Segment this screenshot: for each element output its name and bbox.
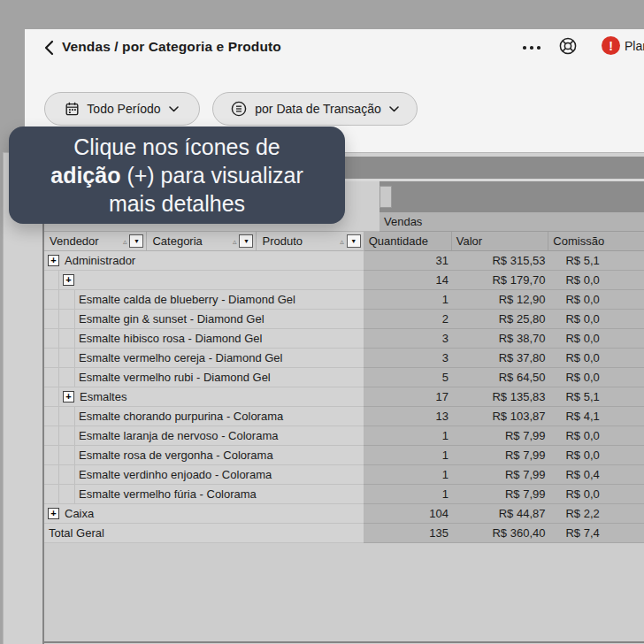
value-cell: R$ 7,99 <box>451 446 548 465</box>
page-title: Vendas / por Categoria e Produto <box>62 39 281 55</box>
table-row: Esmalte laranja de nervoso - Colorama1R$… <box>44 426 644 446</box>
tooltip-line1: Clique nos ícones de <box>73 134 280 159</box>
indent-guide <box>44 446 59 465</box>
filter-dropdown-button[interactable]: ▼ <box>347 234 361 248</box>
row-label-cell: Esmalte chorando purpurina - Colorama <box>44 407 364 426</box>
commission-cell: R$ 0,0 <box>548 329 644 349</box>
value-cell: R$ 12,90 <box>451 290 548 310</box>
indent-guide <box>59 446 75 465</box>
column-header-vendedor[interactable]: Vendedor ▵ ▼ <box>44 232 147 251</box>
table-row: Esmalte calda de blueberry - Diamond Gel… <box>44 290 644 310</box>
value-cell: R$ 25,80 <box>451 310 548 329</box>
value-cell: R$ 103,87 <box>451 407 548 426</box>
column-area-chip <box>380 186 392 208</box>
alert-label: Plan <box>625 39 644 53</box>
group-by-filter-button[interactable]: por Data de Transação <box>212 92 418 126</box>
row-label: Esmalte verdinho enjoado - Colorama <box>79 465 272 484</box>
more-menu-button[interactable] <box>518 39 545 57</box>
column-header-valor[interactable]: Valor <box>452 232 549 251</box>
table-row: +Caixa104R$ 44,87R$ 2,2 <box>44 504 644 524</box>
row-label-cell: Esmalte vermelho fúria - Colorama <box>44 485 364 504</box>
row-label-cell: Esmalte vermelho rubi - Diamond Gel <box>44 368 364 387</box>
calendar-icon <box>65 102 79 116</box>
empty-sheet-area <box>44 543 644 641</box>
value-cell: R$ 7,99 <box>451 465 548 485</box>
indent-guide <box>59 465 75 485</box>
indent-guide <box>44 271 59 290</box>
quantity-cell: 3 <box>364 329 451 349</box>
row-label-cell: +Caixa <box>44 504 364 524</box>
quantity-cell: 1 <box>364 465 451 485</box>
quantity-cell: 13 <box>364 407 451 426</box>
row-label-cell: Esmalte hibisco rosa - Diamond Gel <box>44 329 364 349</box>
pivot-rows: +Administrador31R$ 315,53R$ 5,1+14R$ 179… <box>44 251 644 543</box>
column-header-categoria[interactable]: Categoria ▵ ▼ <box>147 232 257 251</box>
sort-asc-icon: ▵ <box>340 237 344 246</box>
quantity-cell: 31 <box>364 251 451 271</box>
expand-plus-button[interactable]: + <box>63 391 74 402</box>
table-row: Esmalte vermelho fúria - Colorama1R$ 7,9… <box>44 485 644 504</box>
indent-guide <box>44 426 59 446</box>
sort-asc-icon: ▵ <box>233 237 237 246</box>
filter-dropdown-button[interactable]: ▼ <box>129 234 143 248</box>
row-label-cell: Total Geral <box>44 524 364 543</box>
row-label-cell: Esmalte calda de blueberry - Diamond Gel <box>44 290 364 310</box>
column-header-comissao[interactable]: Comissão <box>548 232 644 251</box>
value-cell: R$ 37,80 <box>451 349 548 368</box>
chevron-down-icon <box>389 106 399 112</box>
value-cell: R$ 179,70 <box>451 271 548 290</box>
row-label-cell: Esmalte laranja de nervoso - Colorama <box>44 426 364 446</box>
table-row: Esmalte rosa de vergonha - Colorama1R$ 7… <box>44 446 644 465</box>
back-button[interactable] <box>39 38 58 58</box>
commission-cell: R$ 0,0 <box>548 368 644 387</box>
commission-cell: R$ 4,1 <box>548 407 644 426</box>
quantity-cell: 14 <box>364 271 451 290</box>
expand-plus-button[interactable]: + <box>48 508 59 519</box>
indent-guide <box>59 485 75 504</box>
filter-dropdown-button[interactable]: ▼ <box>239 234 253 248</box>
quantity-cell: 135 <box>364 524 451 543</box>
row-label: Esmalte hibisco rosa - Diamond Gel <box>79 329 262 348</box>
commission-cell: R$ 0,0 <box>548 485 644 504</box>
grid-bottom-border <box>42 641 644 643</box>
commission-cell: R$ 2,2 <box>548 504 644 524</box>
commission-cell: R$ 0,0 <box>548 271 644 290</box>
row-label: Esmaltes <box>80 387 126 406</box>
commission-cell: R$ 0,0 <box>548 310 644 329</box>
group-by-filter-label: por Data de Transação <box>255 102 380 116</box>
indent-guide <box>44 387 59 407</box>
row-label-cell: Esmalte vermelho cereja - Diamond Gel <box>44 349 364 368</box>
indent-guide <box>44 329 59 349</box>
quantity-cell: 3 <box>364 349 451 368</box>
quantity-cell: 1 <box>364 426 451 446</box>
quantity-cell: 5 <box>364 368 451 387</box>
period-filter-button[interactable]: Todo Período <box>44 92 200 126</box>
row-label-cell: Esmalte rosa de vergonha - Colorama <box>44 446 364 465</box>
quantity-cell: 1 <box>364 290 451 310</box>
period-filter-label: Todo Período <box>87 102 160 116</box>
value-cell: R$ 38,70 <box>451 329 548 349</box>
row-label: Esmalte vermelho cereja - Diamond Gel <box>79 349 282 367</box>
row-label: Esmalte calda de blueberry - Diamond Gel <box>79 290 295 309</box>
plan-alert[interactable]: ! Plan <box>602 36 644 55</box>
column-header-quantidade[interactable]: Quantidade <box>364 232 452 251</box>
pivot-columns-area <box>380 181 644 212</box>
row-label: Esmalte vermelho rubi - Diamond Gel <box>79 368 271 387</box>
commission-cell: R$ 0,0 <box>548 446 644 465</box>
column-header-produto[interactable]: Produto ▵ ▼ <box>257 232 364 251</box>
commission-cell: R$ 0,0 <box>548 290 644 310</box>
quantity-cell: 2 <box>364 310 451 329</box>
indent-guide <box>44 349 59 368</box>
commission-cell: R$ 7,4 <box>548 524 644 543</box>
row-label-cell: +Administrador <box>44 251 364 271</box>
onboarding-tooltip: Clique nos ícones de adição (+) para vis… <box>9 126 345 224</box>
expand-plus-button[interactable]: + <box>48 255 59 266</box>
table-row: Esmalte vermelho rubi - Diamond Gel5R$ 6… <box>44 368 644 387</box>
circled-list-icon <box>231 101 247 117</box>
table-row: Esmalte hibisco rosa - Diamond Gel3R$ 38… <box>44 329 644 349</box>
tooltip-bold: adição <box>50 163 120 188</box>
expand-plus-button[interactable]: + <box>63 274 74 286</box>
indent-guide <box>59 290 75 310</box>
help-button[interactable] <box>558 36 578 56</box>
commission-cell: R$ 5,1 <box>548 387 644 407</box>
